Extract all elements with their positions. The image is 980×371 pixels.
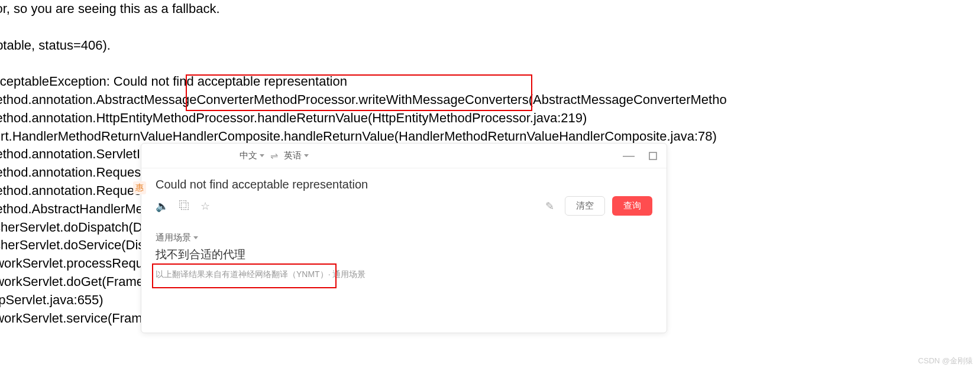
translator-footer-text: 以上翻译结果来自有道神经网络翻译（YNMT）· 通用场景 [156,269,652,280]
translator-panel: 惠 中文 ⇌ 英语 — C [141,143,667,333]
star-icon[interactable]: ☆ [200,200,210,213]
minimize-icon[interactable]: — [623,149,635,162]
source-language-dropdown[interactable]: 中文 [240,150,264,161]
button-group: ✎ 清空 查询 [545,196,652,216]
translation-input-text[interactable]: Could not find acceptable representation [156,178,368,191]
language-selector: 中文 ⇌ 英语 [240,150,309,161]
speaker-icon[interactable]: 🔈 [156,200,169,213]
target-language-dropdown[interactable]: 英语 [284,150,309,161]
copy-icon[interactable]: ⿻ [179,200,190,213]
translator-body: Could not find acceptable representation… [141,168,667,289]
window-controls: — [594,149,657,162]
translator-header: 中文 ⇌ 英语 — [141,144,667,168]
scenario-dropdown[interactable]: 通用场景 [156,232,652,243]
input-row: Could not find acceptable representation [156,178,652,191]
source-language-label: 中文 [240,150,257,161]
scenario-label: 通用场景 [156,232,191,243]
side-tag: 惠 [133,181,146,194]
translation-result-text: 找不到合适的代理 [156,246,652,263]
input-icon-group: 🔈 ⿻ ☆ [156,200,210,213]
swap-languages-icon[interactable]: ⇌ [270,150,278,161]
chevron-down-icon [260,154,264,157]
chevron-down-icon [193,236,198,239]
clear-button[interactable]: 清空 [565,196,605,216]
target-language-label: 英语 [284,150,302,161]
watermark: CSDN @金刚猿 [918,356,973,366]
action-row: 🔈 ⿻ ☆ ✎ 清空 查询 [156,196,652,216]
chevron-down-icon [304,154,309,157]
svg-rect-4 [649,152,656,160]
edit-icon[interactable]: ✎ [545,200,554,213]
query-button[interactable]: 查询 [612,196,652,216]
maximize-icon[interactable] [649,152,657,160]
